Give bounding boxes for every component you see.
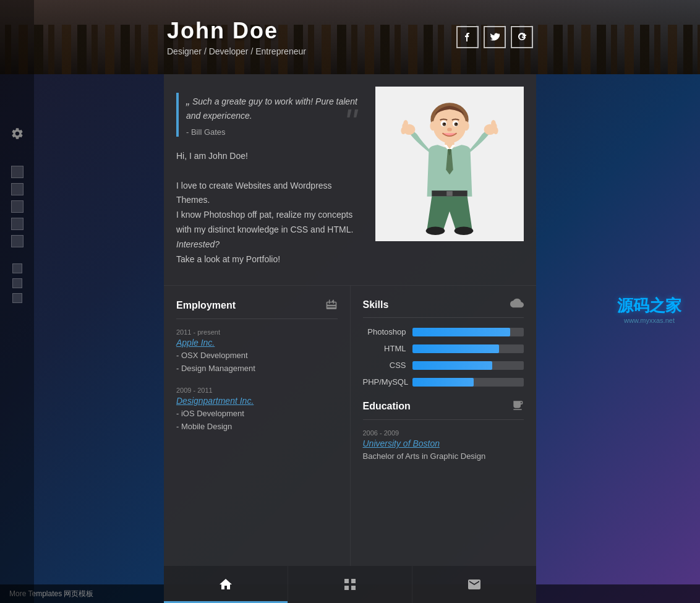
quote-section: „ Such a greate guy to work with! Pure t… xyxy=(176,87,363,273)
employment-title: Employment xyxy=(176,300,236,311)
card-top: „ Such a greate guy to work with! Pure t… xyxy=(164,74,536,285)
employment-header: Employment xyxy=(176,298,338,319)
nav-home[interactable] xyxy=(164,566,288,603)
watermark-sub: www.myxxas.net xyxy=(617,317,681,324)
job-company-2[interactable]: Designpartment Inc. xyxy=(176,396,338,406)
quote-text: „ Such a greate guy to work with! Pure t… xyxy=(186,93,363,122)
sidebar-item-5[interactable] xyxy=(11,235,23,247)
cloud-icon xyxy=(510,298,524,311)
facebook-icon[interactable] xyxy=(456,26,479,48)
skill-label-html: HTML xyxy=(363,344,406,353)
footer-nav xyxy=(164,566,536,603)
edu-degree-1: Bachelor of Arts in Graphic Design xyxy=(363,450,524,463)
bio-line3: I know Photoshop off pat, realize my con… xyxy=(176,208,363,237)
svg-point-10 xyxy=(463,121,469,130)
bio-line5: Take a look at my Portfolio! xyxy=(176,252,363,267)
nav-portfolio[interactable] xyxy=(288,566,412,603)
skill-html: HTML xyxy=(363,344,524,353)
right-col: Skills Photoshop HTML xyxy=(351,286,537,566)
edu-dates-1: 2006 - 2009 xyxy=(363,429,524,437)
education-section: Education 2006 - 2009 University of Bost… xyxy=(363,399,524,463)
sidebar-item-7[interactable] xyxy=(12,278,22,288)
main-card: „ Such a greate guy to work with! Pure t… xyxy=(164,74,536,566)
briefcase-icon xyxy=(325,298,338,312)
svg-point-21 xyxy=(491,120,496,127)
skill-bar-bg-php xyxy=(412,378,524,387)
svg-rect-13 xyxy=(446,191,453,196)
education-header: Education xyxy=(363,399,524,420)
avatar-section xyxy=(375,87,524,273)
svg-point-7 xyxy=(456,123,458,124)
svg-point-5 xyxy=(455,122,458,126)
job-dates-2: 2009 - 2011 xyxy=(176,387,338,394)
header-content: John Doe Designer / Developer / Entrepre… xyxy=(167,18,456,56)
bio-text: Hi, I am John Doe! I love to create Webs… xyxy=(176,149,363,267)
quote-open: „ xyxy=(186,95,190,107)
svg-point-4 xyxy=(443,122,446,126)
left-sidebar xyxy=(0,0,34,603)
edu-school-1[interactable]: University of Boston xyxy=(363,438,524,448)
character-svg xyxy=(394,93,505,235)
skill-bar-fill-photoshop xyxy=(412,328,511,336)
svg-point-8 xyxy=(447,128,452,132)
skill-bar-fill-html xyxy=(412,344,500,353)
skill-bar-bg-css xyxy=(412,361,524,370)
job-detail-1a: - OSX Development xyxy=(176,349,338,362)
quote-close-decor: " xyxy=(344,104,357,141)
skills-title: Skills xyxy=(363,299,389,310)
sidebar-item-3[interactable] xyxy=(11,200,23,213)
skill-php: PHP/MySQL xyxy=(363,377,524,387)
svg-point-20 xyxy=(493,127,498,135)
header: John Doe Designer / Developer / Entrepre… xyxy=(0,0,700,74)
svg-point-9 xyxy=(430,121,436,130)
skill-bar-bg-photoshop xyxy=(412,328,524,336)
job-company-1[interactable]: Apple Inc. xyxy=(176,338,338,348)
social-icons xyxy=(456,26,533,48)
svg-point-6 xyxy=(444,123,445,124)
skill-label-php: PHP/MySQL xyxy=(363,377,406,387)
job-detail-2b: - Mobile Design xyxy=(176,421,338,434)
education-title: Education xyxy=(363,401,411,412)
watermark-main: 源码之家 xyxy=(617,295,681,317)
gear-icon[interactable] xyxy=(11,127,24,143)
svg-point-17 xyxy=(401,127,406,135)
svg-point-18 xyxy=(403,120,408,127)
diploma-icon xyxy=(511,399,524,413)
skills-list: Photoshop HTML CSS xyxy=(363,327,524,387)
skill-bar-fill-php xyxy=(412,378,474,387)
edu-entry-1: 2006 - 2009 University of Boston Bachelo… xyxy=(363,429,524,463)
quote-block: „ Such a greate guy to work with! Pure t… xyxy=(176,93,363,137)
avatar-image xyxy=(375,87,524,241)
skill-css: CSS xyxy=(363,361,524,370)
bio-line1: Hi, I am John Doe! xyxy=(176,149,363,164)
quote-content: Such a greate guy to work with! Pure tal… xyxy=(186,96,357,121)
bio-line4: Interested? xyxy=(176,237,363,252)
job-dates-1: 2011 - present xyxy=(176,328,338,336)
job-entry-2: 2009 - 2011 Designpartment Inc. - iOS De… xyxy=(176,387,338,434)
job-entry-1: 2011 - present Apple Inc. - OSX Developm… xyxy=(176,328,338,375)
card-bottom: Employment 2011 - present Apple Inc. - O… xyxy=(164,285,536,566)
skill-label-css: CSS xyxy=(363,361,406,370)
sidebar-item-8[interactable] xyxy=(12,293,22,303)
employment-section: Employment 2011 - present Apple Inc. - O… xyxy=(164,286,351,566)
skills-header: Skills xyxy=(363,298,524,318)
svg-point-23 xyxy=(455,227,474,235)
twitter-icon[interactable] xyxy=(484,26,506,48)
quote-author: - Bill Gates xyxy=(186,127,363,137)
svg-point-22 xyxy=(426,227,445,235)
sidebar-item-6[interactable] xyxy=(12,263,22,273)
skill-bar-fill-css xyxy=(412,361,493,370)
nav-contact[interactable] xyxy=(412,566,536,603)
watermark: 源码之家 www.myxxas.net xyxy=(617,295,681,324)
sidebar-item-2[interactable] xyxy=(11,183,23,195)
svg-point-1 xyxy=(433,108,466,143)
googleplus-icon[interactable] xyxy=(511,26,533,48)
bio-line2: I love to create Websites and Wordpress … xyxy=(176,179,363,208)
sidebar-item-1[interactable] xyxy=(11,166,23,178)
skill-bar-bg-html xyxy=(412,344,524,353)
skill-label-photoshop: Photoshop xyxy=(363,327,406,336)
sidebar-item-4[interactable] xyxy=(11,218,23,230)
header-name: John Doe xyxy=(167,18,456,44)
jobs-list: 2011 - present Apple Inc. - OSX Developm… xyxy=(176,328,338,433)
job-detail-2a: - iOS Development xyxy=(176,408,338,421)
